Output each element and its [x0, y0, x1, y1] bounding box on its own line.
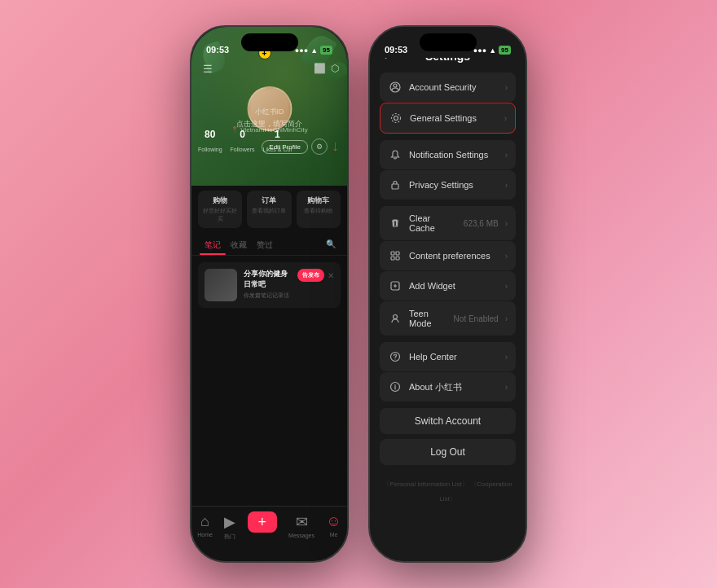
clear-cache-value: 623,6 MB — [464, 219, 499, 228]
general-settings-label: General Settings — [410, 113, 498, 123]
tab-notes[interactable]: 笔记 — [200, 233, 226, 255]
nav-create[interactable]: + — [248, 513, 277, 533]
shopping-title: 购物 — [201, 195, 239, 206]
row-general-settings[interactable]: General Settings › — [380, 103, 516, 134]
section-notifications: Notification Settings › Privacy Settings… — [380, 140, 516, 200]
share-icons: ⬜ ⬡ — [314, 63, 339, 74]
about-arrow: › — [505, 383, 508, 392]
edit-profile-button[interactable]: Edit Profile — [262, 140, 308, 154]
about-icon — [388, 380, 402, 394]
messages-icon: ✉ — [296, 513, 308, 531]
post-thumbnail — [205, 269, 237, 301]
dynamic-island-left — [241, 33, 298, 51]
svg-point-2 — [394, 116, 398, 121]
svg-rect-5 — [391, 252, 394, 255]
svg-rect-4 — [392, 184, 398, 189]
nav-home[interactable]: ⌂ Home — [197, 513, 213, 538]
post-info: 分享你的健身日常吧 你发篇笔记记录活 — [244, 269, 291, 300]
edit-profile-area: Edit Profile ⚙ — [262, 138, 328, 155]
content-preferences-label: Content preferences — [409, 251, 499, 261]
row-privacy-settings[interactable]: Privacy Settings › — [380, 170, 516, 200]
row-clear-cache[interactable]: Clear Cache 623,6 MB › — [380, 206, 516, 240]
notification-settings-label: Notification Settings — [409, 150, 499, 160]
row-account-security[interactable]: Account Security › — [380, 72, 516, 102]
phone-left: 09:53 ●●● ▲ 95 ☰ ⬜ ⬡ — [190, 25, 349, 563]
section-account: Account Security › General Settings › — [380, 72, 516, 134]
quick-link-orders[interactable]: 订单 查看我的订单 — [247, 191, 291, 228]
post-subtitle: 你发篇笔记记录活 — [244, 292, 291, 300]
nav-messages[interactable]: ✉ Messages — [288, 513, 315, 538]
profile-tabs: 笔记 收藏 赞过 🔍 — [191, 233, 347, 256]
content-preferences-arrow: › — [505, 252, 508, 261]
trending-icon: ▶ — [224, 513, 235, 531]
orders-sub: 查看我的订单 — [250, 207, 288, 215]
settings-footer: 〈Personal Information List〉 〈Cooperation… — [380, 472, 516, 507]
account-security-icon — [388, 80, 402, 94]
teen-mode-arrow: › — [505, 314, 508, 323]
stat-followers[interactable]: 0 Followers — [231, 129, 255, 155]
teen-mode-icon — [388, 311, 402, 326]
quick-link-shopping[interactable]: 购物 好货好好买好买 — [198, 191, 242, 228]
row-about[interactable]: About 小红书 › — [380, 372, 516, 402]
section-utilities: Clear Cache 623,6 MB › Content preferenc… — [380, 206, 516, 336]
post-actions: 告发布 ✕ — [297, 269, 334, 282]
privacy-settings-label: Privacy Settings — [409, 180, 499, 190]
settings-list: Account Security › General Settings › — [370, 72, 526, 507]
tab-favorites[interactable]: 收藏 — [226, 233, 252, 255]
followers-count: 0 — [231, 129, 255, 140]
log-out-button[interactable]: Log Out — [380, 439, 516, 465]
dynamic-island-right — [420, 33, 477, 51]
row-teen-mode[interactable]: Teen Mode Not Enabled › — [380, 301, 516, 336]
close-post-icon[interactable]: ✕ — [328, 271, 334, 280]
profile-settings-icon[interactable]: ⚙ — [311, 138, 328, 155]
following-count: 80 — [198, 129, 222, 140]
section-help: Help Center › About 小红书 › — [380, 342, 516, 402]
content-search-icon[interactable]: 🔍 — [323, 233, 339, 255]
phone-right: 09:53 ●●● ▲ 95 ‹ Settings — [368, 25, 527, 563]
privacy-settings-icon — [388, 178, 402, 192]
create-button[interactable]: + — [248, 511, 277, 533]
share-icon-2[interactable]: ⬡ — [331, 63, 339, 74]
nav-trending[interactable]: ▶ 热门 — [224, 513, 235, 541]
share-icon-1[interactable]: ⬜ — [314, 63, 326, 74]
tab-liked[interactable]: 赞过 — [252, 233, 278, 255]
messages-label: Messages — [288, 533, 315, 538]
clear-cache-arrow: › — [505, 219, 508, 228]
signal-icon-right: ●●● — [473, 46, 486, 55]
notification-settings-icon — [388, 147, 402, 162]
row-add-widget[interactable]: Add Widget › — [380, 271, 516, 301]
orders-title: 订单 — [250, 195, 288, 206]
account-security-arrow: › — [505, 83, 508, 92]
notification-settings-arrow: › — [505, 151, 508, 160]
row-notification-settings[interactable]: Notification Settings › — [380, 140, 516, 169]
stat-following[interactable]: 80 Following — [198, 129, 222, 155]
add-widget-icon — [388, 279, 402, 293]
battery-right: 95 — [499, 46, 511, 55]
red-arrow-indicator: ↓ — [332, 138, 339, 155]
row-help-center[interactable]: Help Center › — [380, 342, 516, 371]
me-label: Me — [330, 532, 338, 538]
switch-account-button[interactable]: Switch Account — [380, 408, 516, 434]
quick-link-cart[interactable]: 购物车 查看待购物 — [297, 191, 341, 228]
cart-sub: 查看待购物 — [300, 207, 337, 215]
section-actions: Switch Account Log Out — [380, 408, 516, 465]
publish-button[interactable]: 告发布 — [297, 269, 324, 282]
content-area: 分享你的健身日常吧 你发篇笔记记录活 告发布 ✕ — [191, 256, 347, 314]
trending-label: 热门 — [224, 533, 235, 541]
help-center-icon — [388, 349, 402, 364]
help-center-label: Help Center — [409, 352, 499, 362]
teen-mode-label: Teen Mode — [409, 309, 447, 328]
hamburger-icon[interactable]: ☰ — [203, 63, 213, 75]
row-content-preferences[interactable]: Content preferences › — [380, 241, 516, 270]
about-label: About 小红书 — [409, 381, 499, 393]
profile-id: 小红书ID — [191, 107, 347, 117]
add-widget-label: Add Widget — [409, 281, 499, 291]
me-icon: ☺ — [326, 513, 341, 530]
shopping-sub: 好货好好买好买 — [201, 207, 239, 223]
general-settings-icon — [389, 111, 403, 125]
nav-me[interactable]: ☺ Me — [326, 513, 341, 538]
svg-point-3 — [392, 114, 401, 123]
signal-icon-left: ●●● — [295, 46, 308, 55]
help-center-arrow: › — [505, 353, 508, 362]
status-icons-right: ●●● ▲ 95 — [473, 46, 511, 55]
